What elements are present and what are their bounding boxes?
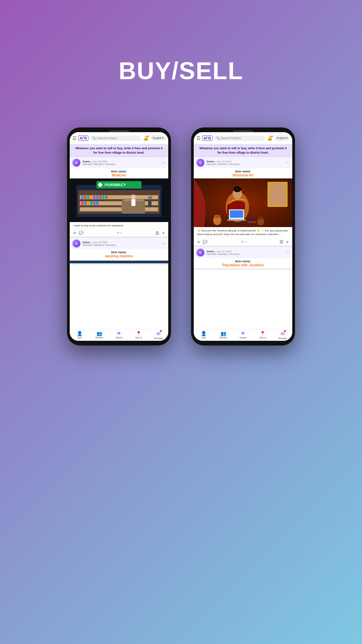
user-info-2-right: Gokul , July 16 2024 Nannilam, Nannilam,…	[206, 250, 284, 255]
language-selector-left[interactable]: English ▾	[151, 136, 166, 141]
username-1-left: Gokul , July 18 2024	[82, 160, 160, 163]
bottom-nav-message-left[interactable]: ✉ Message	[148, 331, 168, 339]
svg-point-44	[258, 217, 263, 219]
nav-bar-right: ☰ ΑΓΒ 🔍 Search Entities 🔔 English ▾	[194, 132, 292, 144]
svg-rect-17	[102, 196, 105, 199]
post-header-2-right: G Gokul , July 16 2024 Nannilam, Nannila…	[194, 247, 292, 258]
search-icon-left: 🔍	[92, 137, 96, 140]
item-name-1-right: Historical Art	[194, 173, 292, 178]
views-1-right: 👁 1	[241, 240, 246, 244]
svg-rect-46	[247, 221, 256, 223]
more-icon-1-left[interactable]: ⋯	[162, 160, 166, 165]
bottom-nav-viewed-label-left: Viewed	[115, 336, 122, 339]
phone-left-screen: ☰ ΑΓΒ 🔍 Search Entities 🔔 English ▾ What…	[70, 132, 168, 341]
bottom-nav-message-label-left: Message	[154, 337, 163, 339]
posts-area-left: G Gokul , July 18 2024 Nannilam, Nannila…	[70, 157, 168, 329]
location-2-right: Nannilam, Nannilam, Thiruvarur,	[206, 253, 284, 255]
post-header-2-left: G Gokul , July 16 2024 Nannilam, Nannila…	[70, 238, 168, 249]
add-icon-1-right[interactable]: ⊕	[197, 240, 200, 244]
bottom-nav-user-left[interactable]: 👤 User	[70, 331, 89, 339]
bottom-nav-message-right[interactable]: ✉ Message	[273, 331, 292, 339]
search-bar-left[interactable]: 🔍 Search Entities	[90, 136, 141, 141]
hamburger-icon-left[interactable]: ☰	[72, 136, 77, 141]
bell-icon-left[interactable]: 🔔	[142, 136, 149, 141]
bell-icon-right[interactable]: 🔔	[266, 136, 274, 141]
item-label-1-right: Item name:	[194, 168, 292, 173]
post-image-1-right	[194, 178, 292, 227]
bottom-nav-member-right[interactable]: 👥 Member	[214, 331, 233, 339]
chevron-down-icon-right: ▾	[286, 137, 288, 140]
user-icon-right: 👤	[201, 331, 206, 336]
svg-rect-18	[105, 196, 108, 199]
send-icon-1-right[interactable]: ➤	[286, 240, 289, 244]
bottom-nav-user-right[interactable]: 👤 User	[194, 331, 214, 339]
username-2-right: Gokul , July 16 2024	[206, 250, 284, 253]
bottom-nav-right: 👤 User 👥 Member 👁 Viewed 📍 Visit us	[194, 329, 292, 341]
comment-icon-1-left[interactable]: 💬	[79, 231, 83, 235]
bottom-nav-viewed-right[interactable]: 👁 Viewed	[233, 331, 253, 339]
page-title: BUY/SELL	[0, 57, 362, 85]
chevron-down-icon-left: ▾	[162, 137, 164, 140]
add-icon-1-left[interactable]: ⊕	[73, 231, 76, 235]
more-icon-2-left[interactable]: ⋯	[162, 241, 166, 246]
bottom-nav-message-label-right: Message	[278, 337, 287, 339]
svg-rect-34	[269, 183, 286, 206]
language-label-right: English	[277, 137, 286, 140]
svg-rect-19	[108, 196, 111, 199]
bottom-nav-visit-right[interactable]: 📍 Visit us	[253, 331, 273, 339]
svg-rect-4	[98, 184, 102, 186]
views-1-left: 👁 0	[117, 231, 122, 234]
more-icon-1-right[interactable]: ⋯	[286, 160, 290, 165]
message-badge-dot-left	[160, 330, 162, 332]
posts-area-right: G Gokul , July 18 2024 Nannilam, Nannila…	[194, 157, 292, 329]
bottom-nav-user-label-left: User	[77, 336, 82, 339]
avatar-1-left: G	[72, 159, 80, 167]
translate-icon-1-right[interactable]: 🖼	[280, 240, 283, 244]
svg-rect-25	[96, 202, 99, 205]
nav-bar-left: ☰ ΑΓΒ 🔍 Search Entities 🔔 English ▾	[70, 132, 168, 144]
svg-rect-14	[93, 196, 96, 199]
search-bar-right[interactable]: 🔍 Search Entities	[214, 136, 265, 141]
user-info-1-left: Gokul , July 18 2024 Nannilam, Nannilam,…	[82, 160, 160, 165]
more-icon-2-right[interactable]: ⋯	[286, 250, 290, 255]
item-name-1-left: Medicine	[70, 173, 168, 178]
send-icon-1-left[interactable]: ➤	[162, 231, 165, 235]
washing-machine-image-2-left	[70, 261, 168, 263]
message-badge-dot-right	[284, 330, 286, 332]
language-label-left: English	[153, 137, 162, 140]
message-icon-left: ✉	[157, 331, 161, 336]
banner-left: Whatever you want to sell or buy, write …	[70, 144, 168, 157]
eye-icon-1-left: 👁	[117, 231, 120, 234]
language-selector-right[interactable]: English ▾	[275, 136, 290, 141]
svg-rect-31	[148, 200, 152, 207]
svg-rect-23	[90, 202, 93, 205]
username-2-left: Gokul , July 16 2024	[82, 241, 160, 244]
hamburger-icon-right[interactable]: ☰	[196, 136, 201, 141]
action-right-1-left: 🖼 ➤	[156, 231, 165, 235]
user-info-1-right: Gokul , July 18 2024 Nannilam, Nannilam,…	[206, 160, 284, 165]
svg-rect-16	[99, 196, 102, 199]
svg-text:PHARMACY: PHARMACY	[105, 183, 126, 187]
banner-text-right: Whatever you want to sell or buy, write …	[199, 147, 287, 154]
post-image-1-left: PHARMACY	[70, 178, 168, 222]
post-desc-1-left: I want to buy some medicine for headache	[70, 222, 168, 229]
viewed-icon-left: 👁	[117, 331, 121, 336]
comment-icon-1-right[interactable]: 💬	[203, 240, 207, 244]
viewed-icon-right: 👁	[241, 331, 245, 336]
bottom-nav-visit-left[interactable]: 📍 Visit us	[129, 331, 148, 339]
bottom-nav-member-left[interactable]: 👥 Member	[89, 331, 109, 339]
bottom-nav-viewed-left[interactable]: 👁 Viewed	[109, 331, 129, 339]
svg-point-42	[214, 215, 221, 218]
svg-rect-11	[84, 196, 86, 199]
svg-rect-40	[227, 219, 246, 221]
translate-icon-1-left[interactable]: 🖼	[156, 231, 159, 235]
member-icon-left: 👥	[97, 331, 102, 336]
bottom-nav-left: 👤 User 👥 Member 👁 Viewed 📍 Visit us	[70, 329, 168, 341]
item-name-2-right: Playstation with Joysticks	[194, 263, 292, 268]
bell-badge-right	[271, 136, 273, 137]
post-header-1-left: G Gokul , July 18 2024 Nannilam, Nannila…	[70, 157, 168, 168]
post-2-right: G Gokul , July 16 2024 Nannilam, Nannila…	[194, 247, 292, 270]
eye-icon-1-right: 👁	[241, 240, 244, 244]
svg-rect-39	[230, 210, 243, 218]
svg-rect-20	[81, 202, 83, 205]
